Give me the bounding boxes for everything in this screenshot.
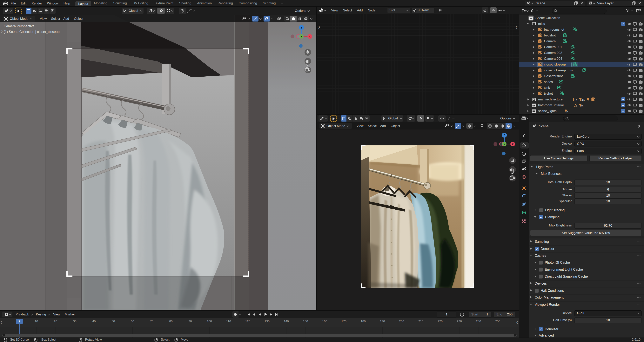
svg-text:Y: Y [504,143,505,146]
svg-text:❯: ❯ [0,29,3,33]
svg-text:(1) Scene Collection | closet_: (1) Scene Collection | closet_closeup [4,30,60,34]
svg-text:Z: Z [504,134,505,137]
svg-text:X: X [512,143,514,146]
svg-text:Z: Z [301,26,302,29]
svg-text:Y: Y [301,35,302,38]
svg-text:X: X [309,35,311,38]
svg-text:Camera Perspective: Camera Perspective [4,24,34,28]
